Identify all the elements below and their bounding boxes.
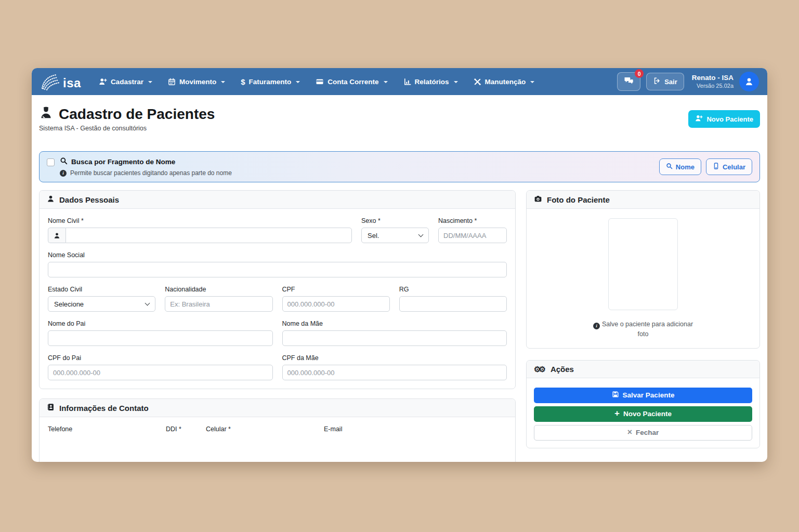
contact-card: Informações de Contato Telefone DDI * Ce… <box>39 398 516 462</box>
save-icon <box>612 391 619 400</box>
rg-label: RG <box>399 286 507 293</box>
chat-bubbles-icon <box>624 76 634 87</box>
rg-input[interactable] <box>399 296 507 312</box>
nav-item-conta-corrente[interactable]: Conta Corrente <box>316 77 387 86</box>
nascimento-input[interactable] <box>438 228 507 243</box>
sexo-select[interactable]: Sel. <box>361 228 429 243</box>
search-icon <box>666 163 673 171</box>
logout-button[interactable]: Sair <box>646 73 684 90</box>
user-name: Renato - ISA <box>692 74 733 83</box>
user-avatar[interactable] <box>739 72 759 91</box>
page-header: Cadastro de Pacientes Sistema ISA - Gest… <box>39 105 760 132</box>
nav-item-label: Cadastrar <box>111 78 143 86</box>
person-plus-icon <box>695 114 703 124</box>
actions-header: ⚙⚙ Ações <box>527 361 759 378</box>
new-patient-label: Novo Paciente <box>706 115 753 123</box>
brand-text: isa <box>63 77 81 90</box>
cpf-mae-input[interactable] <box>282 365 507 380</box>
nav-item-faturamento[interactable]: $ Faturamento <box>241 78 300 86</box>
search-actions: Nome Celular <box>659 158 752 175</box>
nav-item-manutencao[interactable]: Manutenção <box>474 78 535 86</box>
nome-mae-label: Nome da Mãe <box>282 320 507 327</box>
cpf-pai-label: CPF do Pai <box>48 354 273 362</box>
close-button[interactable]: × Fechar <box>534 425 752 441</box>
email-label: E-mail <box>324 425 507 433</box>
estado-civil-label: Estado Civil <box>48 286 155 293</box>
mobile-phone-icon <box>713 163 719 171</box>
nav-menu: Cadastrar Movimento $ Faturamento Conta … <box>99 77 534 86</box>
cpf-input[interactable] <box>282 296 390 312</box>
notification-badge: 0 <box>635 69 644 78</box>
brand-logo[interactable]: isa <box>40 73 81 90</box>
nome-social-label: Nome Social <box>48 251 507 259</box>
caret-down-icon <box>148 81 152 83</box>
nome-mae-input[interactable] <box>282 330 507 346</box>
new-patient-action-label: Novo Paciente <box>623 410 672 418</box>
new-patient-header-button[interactable]: Novo Paciente <box>688 110 760 128</box>
nome-civil-label: Nome Civil * <box>48 217 352 224</box>
nav-item-relatorios[interactable]: Relatórios <box>403 78 458 86</box>
close-label: Fechar <box>636 429 659 436</box>
tools-icon <box>474 78 481 86</box>
logout-icon <box>653 77 661 86</box>
actions-title: Ações <box>551 365 574 374</box>
search-icon <box>60 157 68 167</box>
cpf-label: CPF <box>282 286 390 293</box>
nome-pai-label: Nome do Pai <box>48 320 273 327</box>
isa-fan-logo-icon <box>40 73 62 90</box>
ddi-label: DDI * <box>166 425 198 433</box>
page-content: Cadastro de Pacientes Sistema ISA - Gest… <box>32 95 767 462</box>
photo-hint: iSalve o paciente para adicionar foto <box>591 320 695 340</box>
search-by-phone-button[interactable]: Celular <box>706 158 752 175</box>
logout-label: Sair <box>664 78 677 86</box>
person-icon <box>48 228 66 243</box>
messages-button[interactable]: 0 <box>617 72 640 91</box>
person-plus-icon <box>99 77 107 86</box>
nav-item-cadastrar[interactable]: Cadastrar <box>99 77 152 86</box>
nome-civil-input[interactable] <box>66 228 352 243</box>
calendar-icon <box>168 78 176 86</box>
sexo-label: Sexo * <box>361 217 429 224</box>
address-book-icon <box>47 403 55 413</box>
search-text: Busca por Fragmento de Nome i Permite bu… <box>60 157 232 177</box>
nacionalidade-input[interactable] <box>165 296 272 312</box>
nome-social-input[interactable] <box>48 262 507 277</box>
nav-item-movimento[interactable]: Movimento <box>168 78 225 86</box>
plus-icon: + <box>614 409 620 418</box>
search-by-name-button[interactable]: Nome <box>659 158 701 175</box>
estado-civil-select[interactable]: Selecione <box>48 296 155 312</box>
photo-header: Foto do Paciente <box>527 191 759 209</box>
nav-item-label: Relatórios <box>415 78 449 86</box>
telefone-label: Telefone <box>48 425 158 433</box>
caret-down-icon <box>384 81 388 83</box>
photo-placeholder[interactable] <box>608 218 678 310</box>
info-icon: i <box>60 170 67 177</box>
save-patient-button[interactable]: Salvar Paciente <box>534 388 752 403</box>
page-title: Cadastro de Pacientes <box>39 105 215 123</box>
contact-title: Informações de Contato <box>59 404 149 413</box>
nav-item-label: Faturamento <box>249 78 292 86</box>
celular-label: Celular * <box>206 425 316 433</box>
app-window: isa Cadastrar Movimento $ Faturamento <box>32 68 767 462</box>
search-hint: Permite buscar pacientes digitando apena… <box>70 169 232 177</box>
dollar-icon: $ <box>241 78 245 86</box>
contact-header: Informações de Contato <box>40 399 515 417</box>
cpf-mae-label: CPF da Mãe <box>282 354 507 362</box>
fragment-search-checkbox[interactable] <box>47 158 55 166</box>
cpf-pai-input[interactable] <box>48 365 273 380</box>
new-patient-action-button[interactable]: + Novo Paciente <box>534 406 752 422</box>
person-icon <box>744 77 754 86</box>
chevron-down-icon <box>145 300 150 305</box>
photo-hint-text: Salve o paciente para adicionar foto <box>602 321 693 338</box>
navbar: isa Cadastrar Movimento $ Faturamento <box>32 68 767 95</box>
doctor-icon <box>39 105 53 123</box>
caret-down-icon <box>454 81 458 83</box>
save-patient-label: Salvar Paciente <box>623 391 675 399</box>
nav-item-label: Manutenção <box>485 78 526 86</box>
personal-data-header: Dados Pessoais <box>40 191 515 209</box>
caret-down-icon <box>221 81 225 83</box>
app-version: Versão 25.02a <box>692 83 733 90</box>
nome-pai-input[interactable] <box>48 330 273 346</box>
navbar-right: 0 Sair Renato - ISA Versão 25.02a <box>617 72 759 91</box>
search-by-phone-label: Celular <box>723 163 745 171</box>
